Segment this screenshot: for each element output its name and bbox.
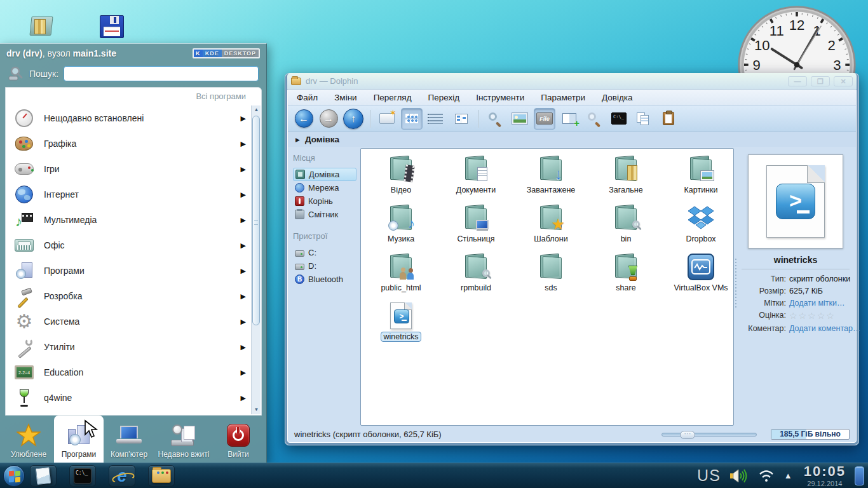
keyboard-layout-indicator[interactable]: US (697, 466, 721, 485)
place-home[interactable]: Домівка (293, 168, 356, 181)
menu-item-utilities[interactable]: Утиліти▶ (6, 334, 251, 360)
find-button[interactable] (583, 108, 605, 130)
menu-item-q4wine[interactable]: q4wine▶ (6, 385, 251, 410)
tab-leave[interactable]: Вийти (214, 416, 263, 463)
minimize-button[interactable]: — (788, 76, 807, 86)
file-filter-icon: File (536, 112, 553, 125)
svg-text:12: 12 (789, 17, 805, 33)
breadcrumb-home[interactable]: Домівка (305, 135, 339, 144)
back-button[interactable]: ← (293, 108, 315, 130)
split-view-button[interactable] (559, 108, 580, 130)
preview-button[interactable] (509, 108, 531, 130)
tray-expander-icon[interactable]: ▲ (784, 471, 792, 480)
start-menu-button[interactable] (3, 465, 25, 487)
place-root[interactable]: Корінь (293, 194, 356, 208)
place-trash[interactable]: Смітник (293, 208, 356, 221)
scroll-up-icon[interactable]: ▲ (252, 105, 261, 114)
menu-item-recently-installed[interactable]: Нещодавно встановлені▶ (6, 105, 251, 131)
file-manager-launcher-button[interactable] (148, 465, 175, 487)
mouse-cursor (84, 419, 98, 438)
paste-button[interactable] (658, 108, 679, 130)
file-music[interactable]: ♪ Музика (363, 201, 438, 250)
file-share[interactable]: share (588, 250, 663, 299)
menu-help[interactable]: Довідка (602, 93, 633, 102)
file-video[interactable]: Відео (363, 152, 438, 201)
menu-item-graphics[interactable]: Графіка▶ (6, 131, 251, 156)
file-common[interactable]: Загальне (588, 152, 663, 201)
close-button[interactable]: ✕ (834, 76, 853, 86)
zoom-button[interactable] (484, 108, 506, 130)
file-pictures[interactable]: Картинки (663, 152, 734, 201)
file-downloads[interactable]: ↓ Завантажене (513, 152, 588, 201)
wifi-icon[interactable] (757, 468, 775, 484)
file-desktop[interactable]: Стільниця (438, 201, 513, 250)
desktop-folder-icon[interactable] (28, 13, 56, 41)
books-emblem-icon (627, 165, 637, 180)
menu-item-development[interactable]: Розробка▶ (6, 283, 251, 309)
menu-item-system[interactable]: ⚙ Система▶ (6, 309, 251, 334)
browser-launcher-button[interactable]: e (109, 465, 135, 487)
panel-toolbox-button[interactable] (855, 466, 864, 485)
desktop-floppy-icon[interactable] (98, 13, 126, 41)
menu-item-internet[interactable]: Інтернет▶ (6, 182, 251, 207)
menu-item-office[interactable]: Офіс▶ (6, 233, 251, 258)
menu-item-programs[interactable]: Програми▶ (6, 258, 251, 283)
rating-stars[interactable]: ☆☆☆☆☆ (789, 311, 836, 321)
file-bin[interactable]: bin (588, 201, 663, 250)
menu-item-multimedia[interactable]: ♪ Мультимедіа▶ (6, 207, 251, 233)
menu-go[interactable]: Перехід (428, 93, 460, 102)
file-rpmbuild[interactable]: rpmbuild (438, 250, 513, 299)
search-input[interactable] (64, 66, 259, 81)
title-bar[interactable]: drv — Dolphin — ❐ ✕ (287, 73, 857, 90)
forward-button[interactable]: → (318, 108, 339, 130)
place-network[interactable]: Мережа (293, 181, 356, 194)
device-bluetooth[interactable]: BBluetooth (293, 273, 356, 286)
notes-launcher-button[interactable] (30, 465, 57, 487)
file-dropbox[interactable]: Dropbox (663, 201, 734, 250)
icons-view-button[interactable] (401, 108, 423, 130)
add-tags-link[interactable]: Додати мітки… (789, 299, 844, 308)
menu-tools[interactable]: Інструменти (476, 93, 524, 102)
terminal-launcher-button[interactable]: C:\_ (69, 465, 96, 487)
file-winetricks[interactable]: > winetricks (363, 299, 438, 348)
details-view-button[interactable] (426, 108, 447, 130)
panel-splitter[interactable] (734, 147, 738, 426)
copy-button[interactable] (633, 108, 654, 130)
file-documents[interactable]: Документи (438, 152, 513, 201)
digital-clock[interactable]: 10:05 29.12.2014 (804, 464, 846, 487)
tab-favorites[interactable]: Улюблене (4, 416, 53, 463)
file-view[interactable]: Відео Документи ↓ Завантажене Загальне К… (360, 148, 734, 426)
launcher-header: drv (drv), вузол main1.site K KDE DESKTO… (0, 44, 266, 63)
new-folder-button[interactable] (376, 108, 398, 130)
menu-edit[interactable]: Зміни (334, 93, 356, 102)
file-sds[interactable]: sds (513, 250, 588, 299)
volume-icon[interactable] (729, 468, 749, 484)
file-public-html[interactable]: public_html (363, 250, 438, 299)
device-d-drive[interactable]: D: (293, 259, 356, 273)
menu-item-games[interactable]: Ігри▶ (6, 156, 251, 182)
menu-item-education[interactable]: 2-2=4 Education▶ (6, 360, 251, 385)
tab-recently-used[interactable]: Недавно вжиті (154, 416, 213, 463)
maximize-button[interactable]: ❐ (811, 76, 830, 86)
menu-file[interactable]: Файл (297, 93, 318, 102)
scrollbar-thumb[interactable] (252, 116, 260, 325)
file-templates[interactable]: ★ Шаблони (513, 201, 588, 250)
device-c-drive[interactable]: C: (293, 246, 356, 259)
shell-script-icon: > (390, 302, 412, 329)
menu-scrollbar[interactable]: ▲ ▼ (251, 105, 261, 414)
filter-bar-button[interactable]: File (534, 108, 555, 130)
search-label: Пошук: (29, 69, 58, 79)
up-button[interactable]: ↑ (342, 108, 364, 130)
add-comment-link[interactable]: Додати коментар… (789, 324, 860, 333)
scroll-down-icon[interactable]: ▼ (252, 405, 261, 414)
tab-computer[interactable]: Комп'ютер (104, 416, 154, 463)
terminal-button[interactable]: C:\_ (608, 108, 630, 130)
zoom-slider-thumb[interactable] (680, 431, 695, 439)
columns-view-button[interactable] (451, 108, 472, 130)
menu-settings[interactable]: Параметри (541, 93, 585, 102)
zoom-slider[interactable] (661, 433, 757, 437)
menu-view[interactable]: Перегляд (374, 93, 412, 102)
back-arrow-icon: ← (295, 109, 313, 128)
breadcrumb-arrow-icon[interactable]: ▶ (295, 137, 300, 143)
file-virtualbox-vms[interactable]: VirtualBox VMs (663, 250, 734, 299)
